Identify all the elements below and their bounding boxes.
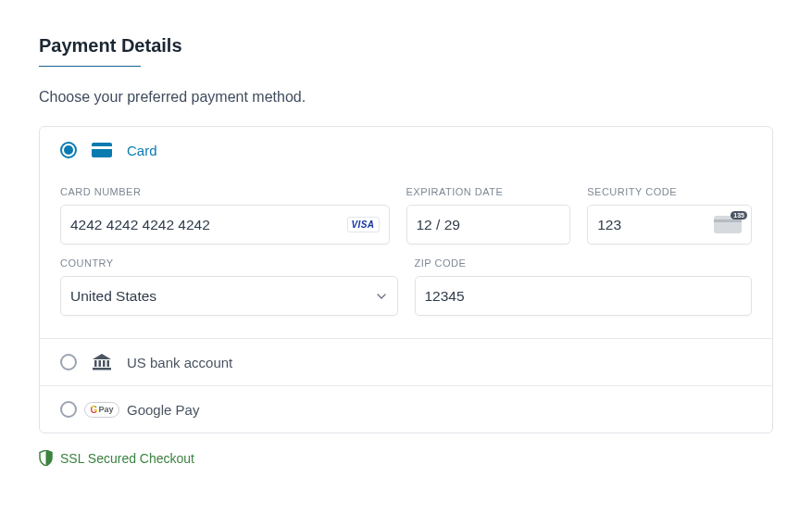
page-subtitle: Choose your preferred payment method. <box>39 89 773 106</box>
card-form: CARD NUMBER VISA EXPIRATION DATE SECURIT… <box>40 186 772 338</box>
svg-rect-5 <box>107 360 110 367</box>
zip-label: ZIP CODE <box>415 257 753 269</box>
field-country: COUNTRY United States <box>60 257 398 316</box>
payment-method-card[interactable]: Card <box>40 127 772 173</box>
expiry-label: EXPIRATION DATE <box>406 186 571 197</box>
zip-input-wrap <box>415 276 753 316</box>
radio-card[interactable] <box>60 142 77 158</box>
svg-rect-0 <box>92 143 112 157</box>
svg-rect-2 <box>94 360 97 367</box>
zip-input[interactable] <box>425 288 743 305</box>
card-number-label: CARD NUMBER <box>60 186 390 197</box>
svg-rect-6 <box>93 368 111 370</box>
radio-bank[interactable] <box>60 354 77 370</box>
expiry-input[interactable] <box>417 217 561 233</box>
svg-rect-3 <box>99 360 102 367</box>
field-zip: ZIP CODE <box>415 257 753 316</box>
payment-method-gpay[interactable]: GPay Google Pay <box>40 385 772 433</box>
field-expiry: EXPIRATION DATE <box>406 186 571 244</box>
card-number-input[interactable] <box>70 217 347 233</box>
payment-method-card-label: Card <box>127 143 157 158</box>
cvc-input[interactable] <box>597 217 714 233</box>
title-underline <box>39 66 141 67</box>
payment-method-bank[interactable]: US bank account <box>40 338 772 385</box>
cvc-hint-icon: 135 <box>714 216 742 233</box>
country-label: COUNTRY <box>60 257 398 269</box>
ssl-footer: SSL Secured Checkout <box>39 450 773 466</box>
payment-method-gpay-label: Google Pay <box>127 402 199 418</box>
country-value: United States <box>70 288 156 305</box>
page-title: Payment Details <box>39 35 773 56</box>
field-card-number: CARD NUMBER VISA <box>60 186 390 244</box>
field-cvc: SECURITY CODE 135 <box>587 186 752 244</box>
chevron-down-icon <box>375 290 388 303</box>
country-select[interactable]: United States <box>60 276 398 316</box>
card-number-input-wrap: VISA <box>60 205 390 244</box>
payment-method-bank-label: US bank account <box>127 355 232 370</box>
bank-icon <box>92 354 112 370</box>
cvc-label: SECURITY CODE <box>587 186 752 197</box>
radio-gpay[interactable] <box>60 401 77 418</box>
expiry-input-wrap <box>406 205 571 244</box>
gpay-icon: GPay <box>92 402 112 418</box>
svg-rect-4 <box>103 360 106 367</box>
cvc-input-wrap: 135 <box>587 205 752 244</box>
ssl-text: SSL Secured Checkout <box>60 451 194 466</box>
svg-rect-1 <box>92 146 112 149</box>
payment-methods-container: Card CARD NUMBER VISA EXPIRATION DATE SE… <box>39 126 773 433</box>
visa-badge-icon: VISA <box>347 217 380 232</box>
shield-icon <box>39 450 53 466</box>
credit-card-icon <box>92 143 112 157</box>
